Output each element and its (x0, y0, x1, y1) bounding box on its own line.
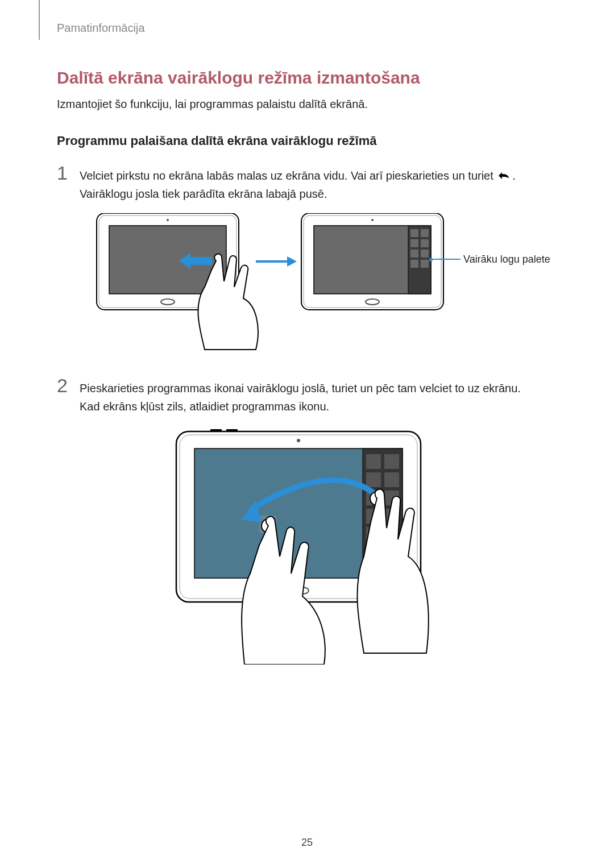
svg-rect-38 (366, 472, 381, 487)
callout-line (431, 259, 460, 260)
step-1-body: Velciet pirkstu no ekrāna labās malas uz… (80, 163, 557, 203)
step-1-text-b: . (512, 169, 516, 182)
svg-rect-25 (410, 260, 418, 268)
svg-rect-23 (410, 250, 418, 258)
step-1-text-a: Velciet pirkstu no ekrāna labās malas uz… (80, 169, 496, 182)
step-2-body: Pieskarieties programmas ikonai vairāklo… (80, 376, 557, 416)
callout-text: Vairāku logu palete (463, 254, 550, 265)
svg-rect-3 (128, 213, 136, 214)
svg-rect-20 (421, 229, 429, 237)
svg-rect-7 (190, 257, 212, 265)
page-title: Dalītā ekrāna vairāklogu režīma izmantoš… (57, 68, 557, 88)
step-2-line1: Pieskarieties programmas ikonai vairāklo… (80, 382, 521, 394)
figure-swipe: Vairāku logu palete (85, 213, 551, 361)
svg-rect-39 (384, 472, 399, 487)
svg-rect-36 (366, 454, 381, 469)
svg-rect-14 (333, 213, 341, 214)
svg-rect-30 (210, 429, 222, 432)
svg-rect-37 (384, 454, 399, 469)
figure-drag (159, 426, 455, 665)
subsection-title: Programmu palaišana dalītā ekrāna vairāk… (57, 134, 557, 148)
svg-marker-10 (287, 256, 297, 267)
svg-rect-24 (421, 250, 429, 258)
intro-text: Izmantojiet šo funkciju, lai programmas … (57, 98, 557, 111)
svg-rect-19 (410, 229, 418, 237)
svg-rect-2 (117, 213, 125, 214)
svg-rect-22 (421, 239, 429, 247)
svg-point-4 (167, 219, 169, 221)
svg-rect-26 (421, 260, 429, 268)
header-rule (39, 0, 40, 40)
back-icon (496, 170, 512, 181)
svg-point-15 (371, 219, 374, 221)
step-2: 2 Pieskarieties programmas ikonai vairāk… (57, 376, 557, 416)
step-2-line2: Kad ekrāns kļūst zils, atlaidiet program… (80, 400, 329, 413)
svg-rect-13 (321, 213, 329, 214)
svg-point-32 (297, 439, 300, 442)
step-1: 1 Velciet pirkstu no ekrāna labās malas … (57, 163, 557, 203)
svg-rect-21 (410, 239, 418, 247)
step-1-line2: Vairāklogu josla tiek parādīta ekrāna la… (80, 188, 327, 200)
step-1-number: 1 (57, 163, 80, 182)
page-number: 25 (0, 837, 614, 849)
svg-rect-31 (226, 429, 238, 432)
section-header: Pamatinformācija (57, 22, 145, 35)
step-2-number: 2 (57, 376, 80, 395)
